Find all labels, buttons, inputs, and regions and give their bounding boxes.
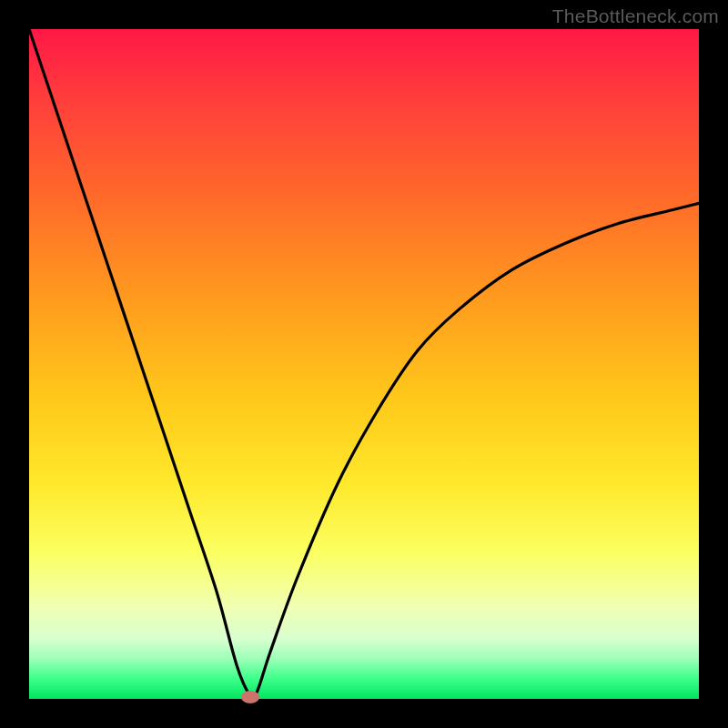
bottleneck-curve xyxy=(29,29,699,699)
plot-area xyxy=(29,29,699,699)
optimal-point-marker xyxy=(241,691,259,703)
watermark-text: TheBottleneck.com xyxy=(552,5,719,27)
chart-frame: TheBottleneck.com xyxy=(0,0,728,728)
